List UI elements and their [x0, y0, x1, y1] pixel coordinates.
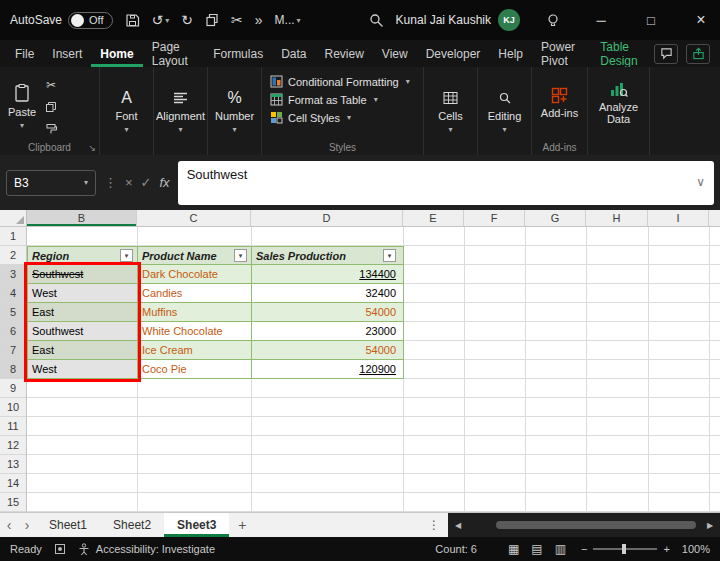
close-button[interactable]: × [682, 0, 720, 40]
tab-page-layout[interactable]: Page Layout [143, 40, 204, 67]
zoom-slider[interactable] [593, 548, 657, 550]
addins-button[interactable]: Add-ins [532, 67, 587, 139]
cell-d7-sales[interactable]: 54000 [252, 341, 404, 360]
row-header-9[interactable]: 9 [0, 379, 26, 398]
copy-button[interactable] [42, 99, 60, 115]
column-header-d[interactable]: D [251, 210, 403, 226]
row-header-12[interactable]: 12 [0, 436, 26, 455]
cell-c7-product[interactable]: Ice Cream [138, 341, 252, 360]
cell-d4-sales[interactable]: 32400 [252, 284, 404, 303]
header-cell-product-name[interactable]: Product Name ▾ [138, 246, 252, 265]
comments-button[interactable] [654, 44, 678, 64]
column-header-b[interactable]: B [27, 210, 137, 226]
dialog-launcher-icon[interactable]: ↘ [88, 143, 96, 153]
insert-function-button[interactable]: fx [160, 175, 170, 190]
row-header-10[interactable]: 10 [0, 398, 26, 417]
paste-button[interactable]: Paste ▾ [8, 73, 36, 139]
cell-styles-button[interactable]: Cell Styles ▾ [270, 111, 417, 124]
undo-button[interactable]: ↺ ▾ [152, 12, 170, 28]
cell-d6-sales[interactable]: 23000 [252, 322, 404, 341]
sheet-tab-sheet3[interactable]: Sheet3 [164, 513, 229, 537]
row-header-15[interactable]: 15 [0, 493, 26, 512]
formula-bar-expand-icon[interactable]: ∨ [696, 175, 705, 189]
header-cell-sales-production[interactable]: Sales Production ▾ [252, 246, 404, 265]
tab-view[interactable]: View [373, 40, 417, 67]
row-header-6[interactable]: 6 [0, 322, 26, 341]
ribbon-group-alignment[interactable]: Alignment ▾ [154, 67, 208, 155]
tab-file[interactable]: File [6, 40, 43, 67]
tab-power-pivot[interactable]: Power Pivot [532, 40, 591, 67]
toolbar-overflow-button[interactable]: » [255, 12, 263, 28]
tab-help[interactable]: Help [489, 40, 532, 67]
cell-d5-sales[interactable]: 54000 [252, 303, 404, 322]
tab-review[interactable]: Review [316, 40, 373, 67]
zoom-slider-thumb[interactable] [622, 544, 626, 554]
page-layout-view-button[interactable]: ▤ [528, 542, 545, 556]
row-header-13[interactable]: 13 [0, 455, 26, 474]
cut-button[interactable]: ✂ [231, 12, 243, 28]
sheet-tab-sheet2[interactable]: Sheet2 [100, 513, 164, 537]
autosave-pill[interactable]: Off [68, 12, 112, 29]
cell-c8-product[interactable]: Coco Pie [138, 360, 252, 379]
analyze-data-button[interactable]: Analyze Data [588, 67, 649, 139]
row-header-14[interactable]: 14 [0, 474, 26, 493]
column-header-f[interactable]: F [464, 210, 525, 226]
cell-c6-product[interactable]: White Chocolate [138, 322, 252, 341]
column-header-h[interactable]: H [586, 210, 648, 226]
filter-dropdown-icon[interactable]: ▾ [383, 249, 396, 262]
redo-button[interactable]: ↻ [181, 12, 193, 28]
page-break-view-button[interactable]: ▥ [552, 542, 569, 556]
scrollbar-thumb[interactable] [496, 521, 696, 529]
tab-data[interactable]: Data [272, 40, 315, 67]
tab-insert[interactable]: Insert [43, 40, 91, 67]
tab-developer[interactable]: Developer [417, 40, 490, 67]
row-header-7[interactable]: 7 [0, 341, 26, 360]
cell-c3-product[interactable]: Dark Chocolate [138, 265, 252, 284]
mode-menu-button[interactable]: M... ▾ [275, 13, 301, 27]
ribbon-group-number[interactable]: % Number ▾ [208, 67, 262, 155]
copy-button[interactable] [205, 13, 219, 27]
formula-input[interactable]: Southwest ∨ [178, 161, 714, 205]
row-header-1[interactable]: 1 [0, 227, 26, 246]
sheet-nav-prev-icon[interactable]: ‹ [0, 513, 18, 537]
share-button[interactable] [686, 44, 710, 64]
format-as-table-button[interactable]: Format as Table ▾ [270, 93, 417, 106]
name-box[interactable]: B3 ▾ [6, 170, 96, 196]
save-button[interactable] [125, 13, 140, 28]
enter-button[interactable]: ✓ [141, 175, 152, 190]
cancel-button[interactable]: × [125, 175, 133, 190]
row-header-2[interactable]: 2 [0, 246, 26, 265]
maximize-button[interactable]: □ [632, 0, 670, 40]
filter-dropdown-icon[interactable]: ▾ [120, 249, 133, 262]
ribbon-group-cells[interactable]: Cells ▾ [424, 67, 478, 155]
zoom-level[interactable]: 100% [682, 543, 710, 555]
select-all-button[interactable] [0, 210, 27, 226]
normal-view-button[interactable]: ▦ [505, 542, 522, 556]
minimize-button[interactable]: ─ [582, 0, 620, 40]
row-header-3[interactable]: 3 [0, 265, 26, 284]
zoom-out-button[interactable]: − [581, 543, 587, 555]
conditional-formatting-button[interactable]: Conditional Formatting ▾ [270, 75, 417, 88]
row-header-11[interactable]: 11 [0, 417, 26, 436]
tab-table-design[interactable]: Table Design [591, 40, 654, 67]
autosave-toggle[interactable]: AutoSave Off [10, 12, 113, 29]
cell-c5-product[interactable]: Muffins [138, 303, 252, 322]
cell-c4-product[interactable]: Candies [138, 284, 252, 303]
column-header-i[interactable]: I [648, 210, 709, 226]
accessibility-checker-button[interactable]: Accessibility: Investigate [78, 543, 215, 556]
tips-button[interactable] [546, 13, 560, 28]
grid-body[interactable]: Region ▾ Product Name ▾ Sales Production… [27, 227, 720, 512]
ribbon-group-font[interactable]: A Font ▾ [100, 67, 154, 155]
format-painter-button[interactable] [42, 121, 60, 137]
zoom-in-button[interactable]: + [663, 543, 669, 555]
ribbon-group-editing[interactable]: Editing ▾ [478, 67, 532, 155]
sheet-nav-next-icon[interactable]: › [18, 513, 36, 537]
column-header-g[interactable]: G [525, 210, 586, 226]
new-sheet-button[interactable]: + [229, 513, 255, 537]
tab-formulas[interactable]: Formulas [204, 40, 272, 67]
cell-d3-sales[interactable]: 134400 [252, 265, 404, 284]
cut-button[interactable]: ✂ [42, 77, 60, 93]
cell-d8-sales[interactable]: 120900 [252, 360, 404, 379]
filter-dropdown-icon[interactable]: ▾ [234, 249, 247, 262]
row-header-4[interactable]: 4 [0, 284, 26, 303]
